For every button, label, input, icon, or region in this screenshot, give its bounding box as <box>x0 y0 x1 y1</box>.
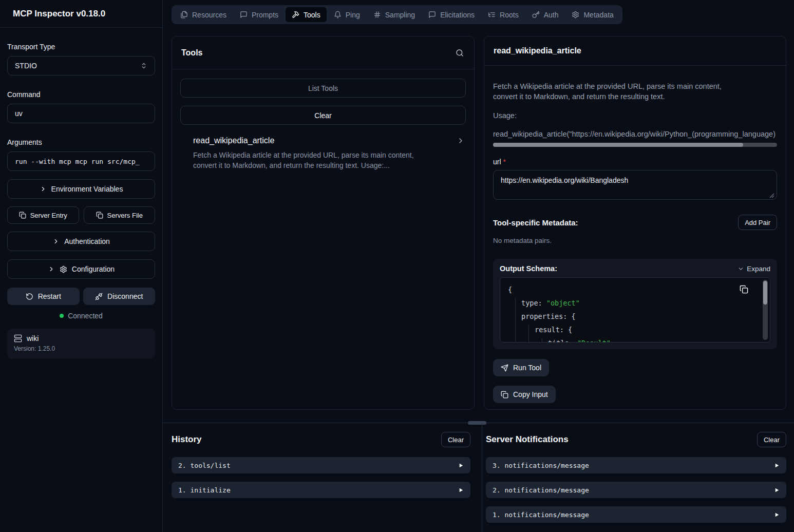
schema-vertical-scrollbar[interactable] <box>763 280 768 340</box>
output-schema-label: Output Schema: <box>500 264 557 273</box>
tab-elicitations[interactable]: Elicitations <box>422 7 481 22</box>
server-notifications-section: Server Notifications Clear 3. notificati… <box>486 432 786 523</box>
message-square-icon <box>428 11 436 18</box>
copy-input-button[interactable]: Copy Input <box>493 386 556 403</box>
code-string: "object" <box>546 299 580 307</box>
tab-elicitations-label: Elicitations <box>440 11 475 19</box>
app-title: MCP Inspector v0.18.0 <box>0 0 162 28</box>
tab-auth[interactable]: Auth <box>526 7 565 22</box>
scrollbar-thumb[interactable] <box>493 143 743 147</box>
configuration-button[interactable]: Configuration <box>7 259 155 279</box>
chevron-down-icon <box>738 265 744 272</box>
environment-variables-button[interactable]: Environment Variables <box>7 179 155 199</box>
notification-item[interactable]: 3. notifications/message <box>486 457 786 473</box>
copy-icon <box>19 212 26 219</box>
history-item-label: 1. initialize <box>178 486 231 494</box>
configuration-label: Configuration <box>72 265 115 273</box>
chevron-right-icon <box>48 265 55 273</box>
play-icon <box>458 487 464 493</box>
detail-panel-title: read_wikipedia_article <box>494 46 581 55</box>
tools-panel: Tools List Tools Clear read_wikipedia_ar… <box>172 36 475 410</box>
files-icon <box>180 11 188 18</box>
arguments-input[interactable] <box>7 151 155 171</box>
url-field-label: url <box>493 158 501 166</box>
play-icon <box>774 487 780 493</box>
server-version: Version: 1.25.0 <box>14 345 148 352</box>
notifications-title: Server Notifications <box>486 434 569 445</box>
tab-roots[interactable]: Roots <box>482 7 525 22</box>
connected-dot-icon <box>60 314 64 318</box>
key-icon <box>532 11 540 18</box>
authentication-button[interactable]: Authentication <box>7 232 155 251</box>
connection-status-label: Connected <box>68 312 103 320</box>
servers-file-button[interactable]: Servers File <box>84 206 156 224</box>
detail-description: Fetch a Wikipedia article at the provide… <box>493 81 740 102</box>
notification-item-label: 1. notifications/message <box>493 511 589 519</box>
play-icon <box>774 463 780 468</box>
search-icon[interactable] <box>455 48 465 58</box>
tab-metadata[interactable]: Metadata <box>565 7 619 22</box>
chevrons-up-down-icon <box>140 62 147 69</box>
indent-guide <box>528 325 529 343</box>
notification-item[interactable]: 2. notifications/message <box>486 482 786 498</box>
add-pair-button[interactable]: Add Pair <box>738 215 777 230</box>
code-text: title: <box>548 339 577 343</box>
tools-panel-title: Tools <box>181 48 202 58</box>
history-item[interactable]: 1. initialize <box>172 482 470 498</box>
schema-code-block: { type: "object" properties: { result: {… <box>500 277 770 343</box>
tool-name: read_wikipedia_article <box>193 136 274 145</box>
tab-sampling[interactable]: Sampling <box>367 7 421 22</box>
notification-item-label: 2. notifications/message <box>493 486 589 494</box>
copy-icon <box>501 391 508 398</box>
copy-schema-icon[interactable] <box>739 284 749 295</box>
tab-tools[interactable]: Tools <box>286 7 327 22</box>
tab-prompts-label: Prompts <box>252 11 278 19</box>
environment-variables-label: Environment Variables <box>51 185 123 193</box>
indent-guide <box>542 338 542 343</box>
restart-label: Restart <box>38 292 61 300</box>
usage-horizontal-scrollbar[interactable] <box>493 143 777 147</box>
divider-drag-handle[interactable] <box>468 421 486 425</box>
server-entry-label: Server Entry <box>30 212 67 219</box>
sidebar: MCP Inspector v0.18.0 Transport Type STD… <box>0 0 163 532</box>
tab-roots-label: Roots <box>500 11 519 19</box>
bell-icon <box>334 11 342 18</box>
tab-resources[interactable]: Resources <box>174 7 233 22</box>
clear-history-button[interactable]: Clear <box>441 432 470 447</box>
vertical-divider <box>482 423 482 532</box>
disconnect-button[interactable]: Disconnect <box>83 288 156 305</box>
run-tool-button[interactable]: Run Tool <box>493 359 549 376</box>
list-tree-icon <box>488 11 496 18</box>
tool-list-item[interactable]: read_wikipedia_article Fetch a Wikipedia… <box>180 136 466 170</box>
clear-tools-button[interactable]: Clear <box>180 106 466 125</box>
transport-type-select[interactable]: STDIO <box>7 56 155 75</box>
command-input[interactable] <box>7 104 155 123</box>
metadata-label: Tool-specific Metadata: <box>493 218 578 227</box>
arguments-label: Arguments <box>7 138 155 146</box>
clear-notifications-button[interactable]: Clear <box>757 432 786 447</box>
server-entry-button[interactable]: Server Entry <box>7 206 79 224</box>
restart-icon <box>26 293 33 300</box>
chevron-right-icon <box>457 137 465 145</box>
code-text: { <box>508 286 512 294</box>
metadata-empty-text: No metadata pairs. <box>493 237 777 244</box>
history-item[interactable]: 2. tools/list <box>172 457 470 473</box>
url-input[interactable]: https://en.wikipedia.org/wiki/Bangladesh <box>493 170 777 200</box>
tool-description: Fetch a Wikipedia article at the provide… <box>193 150 425 170</box>
restart-button[interactable]: Restart <box>7 288 80 305</box>
expand-schema-button[interactable]: Expand <box>738 265 770 273</box>
transport-type-label: Transport Type <box>7 43 155 51</box>
tab-prompts[interactable]: Prompts <box>234 7 285 22</box>
indent-guide <box>515 298 516 343</box>
disconnect-label: Disconnect <box>107 292 143 300</box>
tab-sampling-label: Sampling <box>385 11 415 19</box>
tab-ping[interactable]: Ping <box>328 7 366 22</box>
play-icon <box>774 512 780 518</box>
code-text: result: { <box>535 326 572 334</box>
copy-icon <box>96 212 103 219</box>
copy-input-label: Copy Input <box>513 390 548 398</box>
notification-item[interactable]: 1. notifications/message <box>486 506 786 523</box>
scrollbar-thumb[interactable] <box>763 281 767 305</box>
list-tools-button[interactable]: List Tools <box>180 79 466 98</box>
tab-auth-label: Auth <box>544 11 559 19</box>
